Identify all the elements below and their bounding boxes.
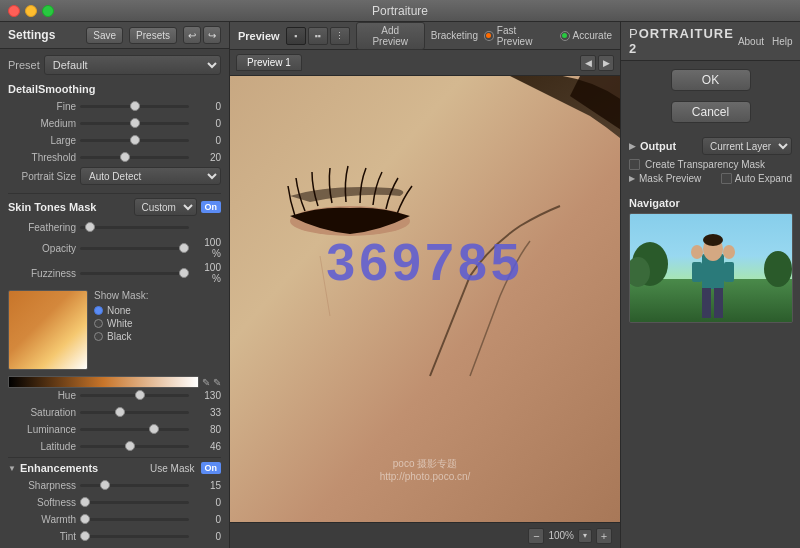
- save-button[interactable]: Save: [86, 27, 123, 44]
- skin-color-area: Show Mask: None White Black: [8, 290, 221, 370]
- zoom-minus-button[interactable]: −: [528, 528, 544, 544]
- opacity-slider[interactable]: [80, 247, 189, 250]
- output-triangle[interactable]: ▶: [629, 141, 636, 151]
- fuzziness-slider[interactable]: [80, 272, 189, 275]
- mask-preview-label: Mask Preview: [639, 173, 717, 184]
- svg-rect-11: [724, 262, 734, 282]
- color-swatch[interactable]: [8, 290, 88, 370]
- add-preview-button[interactable]: Add Preview: [356, 22, 425, 50]
- help-button[interactable]: Help: [768, 35, 797, 48]
- redo-button[interactable]: ↪: [203, 26, 221, 44]
- zoom-level-display: 100%: [548, 530, 574, 541]
- portraiture-p: P: [629, 26, 639, 41]
- warmth-slider[interactable]: [80, 518, 189, 521]
- accurate-radio-dot[interactable]: [560, 31, 570, 41]
- auto-expand-checkbox[interactable]: [721, 173, 732, 184]
- fuzziness-row: Fuzziness 100 %: [8, 262, 221, 284]
- sharpness-row: Sharpness 15: [8, 478, 221, 492]
- preview-nav-buttons: ◀ ▶: [580, 55, 614, 71]
- svg-point-13: [723, 245, 735, 259]
- output-dropdown[interactable]: Current Layer: [702, 137, 792, 155]
- accurate-label: Accurate: [573, 30, 612, 41]
- saturation-slider[interactable]: [80, 411, 189, 414]
- close-button[interactable]: [8, 5, 20, 17]
- watermark-line1: poco 摄影专题: [380, 457, 471, 471]
- enhancements-triangle[interactable]: ▼: [8, 464, 16, 473]
- zoom-dropdown-button[interactable]: ▾: [578, 529, 592, 543]
- create-transparency-checkbox[interactable]: [629, 159, 640, 170]
- luminance-slider-container: [80, 422, 189, 436]
- large-label: Large: [8, 135, 76, 146]
- medium-slider[interactable]: [80, 122, 189, 125]
- latitude-slider-container: [80, 439, 189, 453]
- use-mask-label: Use Mask: [150, 463, 194, 474]
- prev-button[interactable]: ◀: [580, 55, 596, 71]
- black-radio[interactable]: [94, 332, 103, 341]
- fast-preview-radio-dot[interactable]: [484, 31, 494, 41]
- hue-value: 130: [193, 390, 221, 401]
- svg-point-9: [703, 234, 723, 246]
- sharpness-slider[interactable]: [80, 484, 189, 487]
- skin-tones-title: Skin Tones Mask: [8, 201, 130, 213]
- about-button[interactable]: About: [734, 35, 768, 48]
- mask-preview-triangle[interactable]: ▶: [629, 174, 635, 183]
- threshold-slider[interactable]: [80, 156, 189, 159]
- eyedropper-1[interactable]: ✎: [202, 377, 210, 388]
- multi-view-button[interactable]: ⋮: [330, 27, 350, 45]
- fuzziness-slider-container: [80, 266, 189, 280]
- feathering-slider[interactable]: [80, 226, 189, 229]
- threshold-value: 20: [193, 152, 221, 163]
- tint-slider[interactable]: [80, 535, 189, 538]
- softness-slider-container: [80, 495, 189, 509]
- ok-button[interactable]: OK: [671, 69, 751, 91]
- softness-slider[interactable]: [80, 501, 189, 504]
- hue-row: Hue 130: [8, 388, 221, 402]
- portraiture-rest: ORTRAITURE: [639, 26, 734, 41]
- latitude-row: Latitude 46: [8, 439, 221, 453]
- auto-expand-row: Auto Expand: [721, 173, 792, 184]
- split-view-button[interactable]: ▪▪: [308, 27, 328, 45]
- fine-slider[interactable]: [80, 105, 189, 108]
- latitude-slider[interactable]: [80, 445, 189, 448]
- single-view-button[interactable]: ▪: [286, 27, 306, 45]
- fuzziness-label: Fuzziness: [8, 268, 76, 279]
- bracketing-button[interactable]: Bracketing: [431, 30, 478, 41]
- window-title: Portraiture: [372, 4, 428, 18]
- tint-slider-container: [80, 529, 189, 543]
- maximize-button[interactable]: [42, 5, 54, 17]
- cancel-button[interactable]: Cancel: [671, 101, 751, 123]
- fast-preview-radio: Fast Preview: [484, 25, 554, 47]
- saturation-slider-container: [80, 405, 189, 419]
- skin-tones-dropdown[interactable]: Custom: [134, 198, 197, 216]
- zoom-plus-button[interactable]: +: [596, 528, 612, 544]
- hue-label: Hue: [8, 390, 76, 401]
- luminance-slider[interactable]: [80, 428, 189, 431]
- softness-row: Softness 0: [8, 495, 221, 509]
- tint-value: 0: [193, 531, 221, 542]
- output-header: ▶ Output Current Layer: [629, 137, 792, 155]
- white-radio[interactable]: [94, 319, 103, 328]
- preview-tab-1[interactable]: Preview 1: [236, 54, 302, 71]
- eyedropper-2[interactable]: ✎: [213, 377, 221, 388]
- watermark-line2: http://photo.poco.cn/: [380, 471, 471, 482]
- softness-value: 0: [193, 497, 221, 508]
- none-radio[interactable]: [94, 306, 103, 315]
- minimize-button[interactable]: [25, 5, 37, 17]
- skin-tones-header: Skin Tones Mask Custom On: [8, 198, 221, 216]
- medium-slider-container: [80, 116, 189, 130]
- titlebar: Portraiture: [0, 0, 800, 22]
- output-section: ▶ Output Current Layer Create Transparen…: [629, 137, 792, 187]
- luminance-row: Luminance 80: [8, 422, 221, 436]
- preview-image-area[interactable]: 369785 poco 摄影专题 http://photo.poco.cn/: [230, 76, 620, 522]
- hue-slider[interactable]: [80, 394, 189, 397]
- large-slider[interactable]: [80, 139, 189, 142]
- presets-button[interactable]: Presets: [129, 27, 177, 44]
- preview-label: Preview: [238, 30, 280, 42]
- preset-select[interactable]: Default: [44, 55, 221, 75]
- portrait-size-select[interactable]: Auto Detect: [80, 167, 221, 185]
- next-button[interactable]: ▶: [598, 55, 614, 71]
- undo-button[interactable]: ↩: [183, 26, 201, 44]
- divider-1: [8, 193, 221, 194]
- latitude-value: 46: [193, 441, 221, 452]
- traffic-lights: [8, 5, 54, 17]
